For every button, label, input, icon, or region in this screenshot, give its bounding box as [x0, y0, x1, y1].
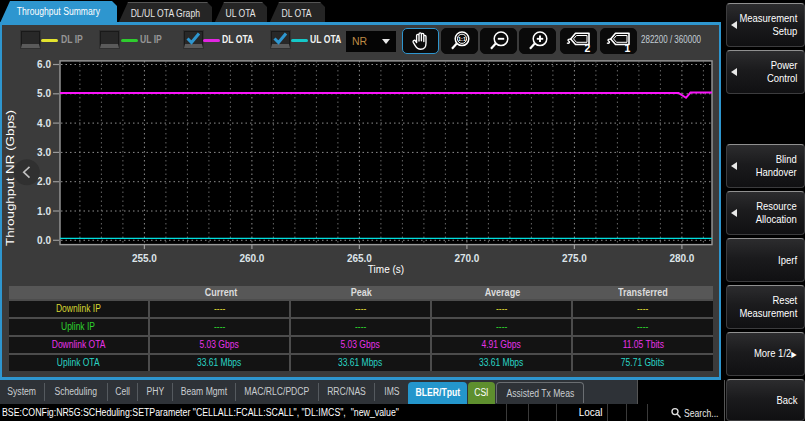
svg-text:Throughput NR (Gbps): Throughput NR (Gbps)	[4, 110, 16, 246]
svg-text:1: 1	[624, 42, 630, 53]
svg-text:2: 2	[584, 42, 590, 53]
svg-text:255.0: 255.0	[132, 253, 157, 264]
svg-text:280.0: 280.0	[669, 253, 694, 264]
svg-text:1.0: 1.0	[37, 206, 51, 217]
svg-text:3.0: 3.0	[37, 147, 51, 158]
svg-text:260.0: 260.0	[239, 253, 264, 264]
svg-text:270.0: 270.0	[454, 253, 479, 264]
svg-text:2.0: 2.0	[37, 176, 51, 187]
svg-text:Time (s): Time (s)	[368, 264, 404, 275]
svg-text:5.0: 5.0	[37, 88, 51, 99]
svg-text:6.0: 6.0	[37, 59, 51, 70]
svg-text:1:1: 1:1	[458, 36, 466, 42]
svg-text:265.0: 265.0	[347, 253, 372, 264]
svg-text:4.0: 4.0	[37, 118, 51, 129]
svg-text:0.0: 0.0	[37, 235, 51, 246]
svg-text:275.0: 275.0	[562, 253, 587, 264]
